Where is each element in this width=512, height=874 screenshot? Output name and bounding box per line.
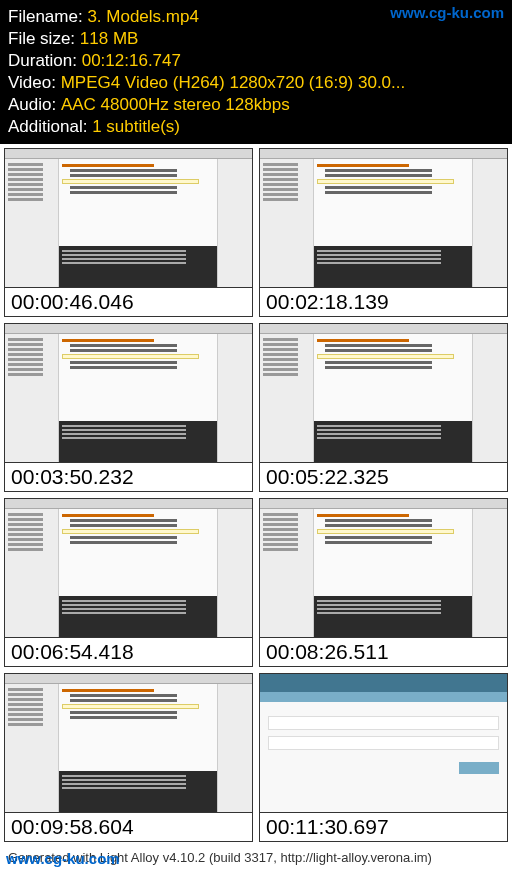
additional-value: 1 subtitle(s): [92, 116, 180, 138]
audio-row: Audio: AAC 48000Hz stereo 128kbps: [8, 94, 504, 116]
watermark-bottom: www.cg-ku.com: [6, 850, 120, 867]
thumbnail-6[interactable]: 00:09:58.604: [4, 673, 253, 842]
duration-value: 00:12:16.747: [82, 50, 181, 72]
audio-label: Audio:: [8, 94, 61, 116]
thumbnail-7[interactable]: 00:11:30.697: [259, 673, 508, 842]
filesize-row: File size: 118 MB: [8, 28, 504, 50]
thumbnail-3[interactable]: 00:05:22.325: [259, 323, 508, 492]
thumbnail-image: [260, 499, 507, 637]
thumbnail-image: [5, 499, 252, 637]
thumbnail-timestamp: 00:00:46.046: [5, 287, 252, 316]
thumbnail-timestamp: 00:11:30.697: [260, 812, 507, 841]
thumbnail-image: [5, 324, 252, 462]
thumbnail-image: [260, 149, 507, 287]
additional-label: Additional:: [8, 116, 92, 138]
video-value: MPEG4 Video (H264) 1280x720 (16:9) 30.0: [61, 72, 406, 94]
additional-row: Additional: 1 subtitle(s): [8, 116, 504, 138]
thumbnail-0[interactable]: 00:00:46.046: [4, 148, 253, 317]
duration-row: Duration: 00:12:16.747: [8, 50, 504, 72]
filesize-label: File size:: [8, 28, 80, 50]
thumbnail-image: [260, 674, 507, 812]
filename-value: 3. Models.mp4: [87, 6, 199, 28]
watermark-top: www.cg-ku.com: [390, 4, 504, 21]
thumbnail-2[interactable]: 00:03:50.232: [4, 323, 253, 492]
duration-label: Duration:: [8, 50, 82, 72]
filename-label: Filename:: [8, 6, 87, 28]
video-label: Video:: [8, 72, 61, 94]
thumbnail-4[interactable]: 00:06:54.418: [4, 498, 253, 667]
thumbnail-image: [5, 674, 252, 812]
file-info-header: www.cg-ku.com Filename: 3. Models.mp4 Fi…: [0, 0, 512, 144]
thumbnail-timestamp: 00:03:50.232: [5, 462, 252, 491]
thumbnail-grid: 00:00:46.046: [0, 144, 512, 846]
thumbnail-timestamp: 00:06:54.418: [5, 637, 252, 666]
filesize-value: 118 MB: [80, 28, 139, 50]
thumbnail-timestamp: 00:09:58.604: [5, 812, 252, 841]
thumbnail-5[interactable]: 00:08:26.511: [259, 498, 508, 667]
thumbnail-1[interactable]: 00:02:18.139: [259, 148, 508, 317]
thumbnail-image: [260, 324, 507, 462]
video-row: Video: MPEG4 Video (H264) 1280x720 (16:9…: [8, 72, 504, 94]
footer: Generated with Light Alloy v4.10.2 (buil…: [0, 846, 512, 869]
audio-value: AAC 48000Hz stereo 128kbps: [61, 94, 290, 116]
thumbnail-timestamp: 00:02:18.139: [260, 287, 507, 316]
thumbnail-image: [5, 149, 252, 287]
thumbnail-timestamp: 00:08:26.511: [260, 637, 507, 666]
thumbnail-timestamp: 00:05:22.325: [260, 462, 507, 491]
